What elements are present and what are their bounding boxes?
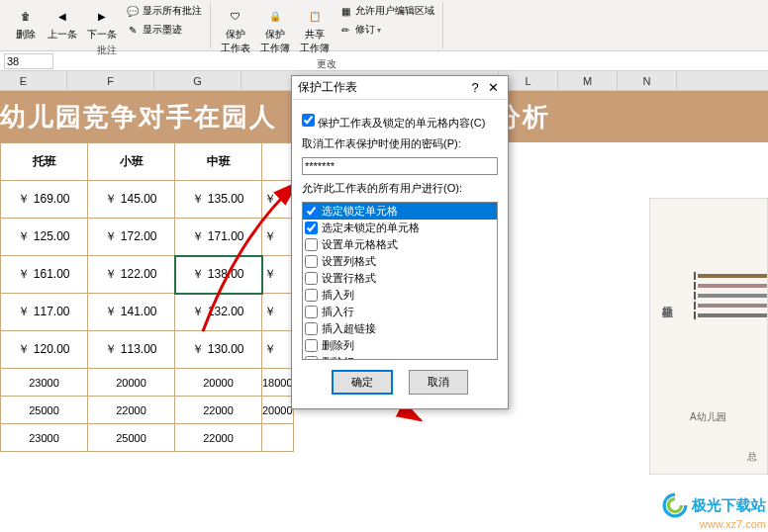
permission-label: 设置单元格格式 [322,237,398,252]
group-comments-label: 批注 [97,44,117,58]
password-input[interactable] [302,157,498,175]
col-header[interactable]: N [618,71,677,90]
chart-bar [698,284,767,288]
cell[interactable]: ￥ 172.00 [88,219,175,256]
permission-label: 设置列格式 [322,254,376,269]
permission-item[interactable]: 设置列格式 [303,253,497,270]
cell[interactable]: ￥ 135.00 [175,181,262,219]
cell[interactable]: ￥ 145.00 [88,181,175,219]
cell[interactable]: ￥ 113.00 [88,331,175,369]
cell[interactable]: 22000 [175,397,262,424]
ribbon-group-changes: 🛡 保护 工作表 🔒 保护 工作簿 📋 共享 工作簿 ▦ 允许用户编辑区域 ✏ … [211,2,443,48]
cell[interactable]: 22000 [88,397,175,424]
track-changes-button[interactable]: ✏ 修订 ▾ [336,21,436,39]
col-header[interactable]: G [154,71,241,90]
cell[interactable]: 23000 [1,369,88,397]
name-box[interactable]: 38 [4,53,53,69]
cell[interactable]: 18000 [262,369,294,397]
cell[interactable]: ￥ 132.00 [175,294,262,331]
permission-label: 删除行 [322,355,354,360]
cell[interactable]: 20000 [88,369,175,397]
cell[interactable]: 25000 [1,397,88,424]
dialog-title-text: 保护工作表 [298,79,357,96]
permission-checkbox[interactable] [305,306,318,318]
cell[interactable]: ￥ 122.00 [88,256,175,294]
permission-item[interactable]: 删除行 [303,354,497,360]
chart-total-label: 总 [747,450,757,464]
chevron-down-icon: ▾ [377,26,381,35]
cell[interactable]: ￥ 171.00 [175,219,262,256]
delete-button[interactable]: 🗑 删除 [10,2,42,44]
permission-checkbox[interactable] [305,322,318,335]
permission-checkbox[interactable] [305,255,318,268]
header-cell[interactable]: 托班 [1,143,88,181]
prev-comment-button[interactable]: ◀ 上一条 [44,2,81,44]
protect-checkbox[interactable] [302,114,315,127]
cell[interactable]: 23000 [1,424,88,452]
cell[interactable]: 25000 [88,424,175,452]
cell[interactable]: ￥ [262,219,294,256]
watermark-url: www.xz7.com [700,518,766,530]
permission-checkbox[interactable] [305,222,318,234]
header-cell[interactable]: 中班 [175,143,262,181]
show-ink-button[interactable]: ✎ 显示墨迹 [123,21,204,39]
permission-item[interactable]: 设置行格式 [303,270,497,287]
permission-item[interactable]: 选定未锁定的单元格 [303,220,497,236]
cell[interactable]: ￥ 169.00 [1,181,88,219]
header-cell[interactable]: 小班 [88,143,175,181]
col-header[interactable]: M [558,71,618,90]
protect-workbook-button[interactable]: 🔒 保护 工作簿 [256,2,294,57]
permission-checkbox[interactable] [305,339,318,352]
col-header[interactable]: E [0,71,67,90]
show-all-comments-button[interactable]: 💬 显示所有批注 [123,2,204,20]
cell[interactable]: ￥ 125.00 [1,219,88,256]
col-header[interactable]: F [67,71,154,90]
dialog-titlebar[interactable]: 保护工作表 ? ✕ [292,76,508,100]
permission-checkbox[interactable] [305,238,318,251]
next-icon: ▶ [90,4,114,28]
cell[interactable]: ￥ [262,181,294,219]
cell[interactable]: ￥ 117.00 [1,294,88,331]
delete-icon: 🗑 [14,4,38,28]
permission-checkbox[interactable] [305,272,318,285]
permission-item[interactable]: 插入超链接 [303,320,497,337]
header-cell[interactable] [262,143,294,181]
permissions-list[interactable]: 选定锁定单元格选定未锁定的单元格设置单元格格式设置列格式设置行格式插入列插入行插… [302,202,498,360]
cell[interactable]: 20000 [175,369,262,397]
allow-edit-ranges-button[interactable]: ▦ 允许用户编辑区域 [336,2,436,20]
permission-item[interactable]: 选定锁定单元格 [303,203,497,220]
share-workbook-button[interactable]: 📋 共享 工作簿 [296,2,334,57]
next-comment-button[interactable]: ▶ 下一条 [83,2,121,44]
permission-item[interactable]: 删除列 [303,337,497,354]
ok-button[interactable]: 确定 [332,370,393,395]
chart-area[interactable]: 坐标轴标题 A幼儿园 总 [649,198,768,475]
ribbon-group-comments: 🗑 删除 ◀ 上一条 ▶ 下一条 💬 显示所有批注 ✎ 显示墨迹 [4,2,211,48]
protect-checkbox-row[interactable]: 保护工作表及锁定的单元格内容(C) [302,117,485,129]
cell[interactable]: 20000 [262,397,294,424]
swirl-icon [662,492,688,518]
permission-item[interactable]: 插入行 [303,304,497,320]
close-icon[interactable]: ✕ [484,80,502,95]
help-icon[interactable]: ? [466,80,484,95]
permission-checkbox[interactable] [305,356,318,360]
cancel-button[interactable]: 取消 [409,370,468,395]
cell[interactable]: ￥ 161.00 [1,256,88,294]
cell[interactable]: 22000 [175,424,262,452]
permission-checkbox[interactable] [305,289,318,302]
cell[interactable]: ￥ 120.00 [1,331,88,369]
cell[interactable]: ￥ [262,331,294,369]
show-all-comments-label: 显示所有批注 [143,4,202,18]
watermark-logo: 极光下载站 [662,492,766,518]
selected-cell[interactable]: ￥ 138.00 [175,256,262,294]
protect-sheet-button[interactable]: 🛡 保护 工作表 [217,2,254,57]
cell[interactable]: ￥ 130.00 [175,331,262,369]
watermark-name: 极光下载站 [692,496,766,515]
cell[interactable]: ￥ [262,256,294,294]
permission-item[interactable]: 设置单元格格式 [303,236,497,253]
protect-checkbox-label: 保护工作表及锁定的单元格内容(C) [318,117,485,129]
cell[interactable]: ￥ 141.00 [88,294,175,331]
permission-checkbox[interactable] [305,205,318,218]
permission-item[interactable]: 插入列 [303,287,497,304]
cell[interactable]: ￥ [262,294,294,331]
cell[interactable] [262,424,294,452]
